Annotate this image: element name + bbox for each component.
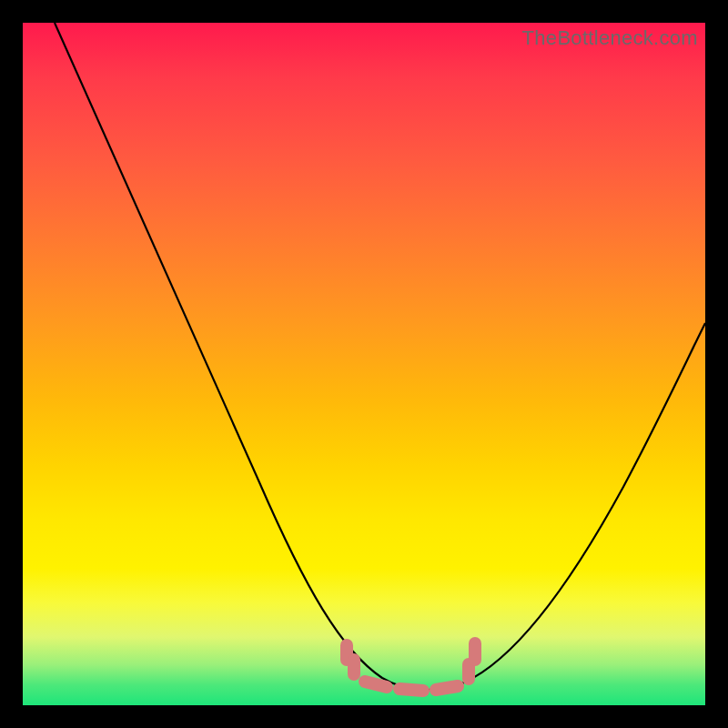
watermark-label: TheBottleneck.com	[522, 26, 698, 50]
curve-overlay	[23, 23, 705, 705]
optimal-band	[347, 643, 475, 691]
svg-line-4	[436, 686, 458, 690]
svg-line-2	[365, 682, 387, 687]
svg-line-3	[399, 689, 423, 691]
chart-frame: TheBottleneck.com	[0, 0, 728, 728]
plot-area: TheBottleneck.com	[23, 23, 705, 705]
bottleneck-curve	[55, 23, 705, 690]
